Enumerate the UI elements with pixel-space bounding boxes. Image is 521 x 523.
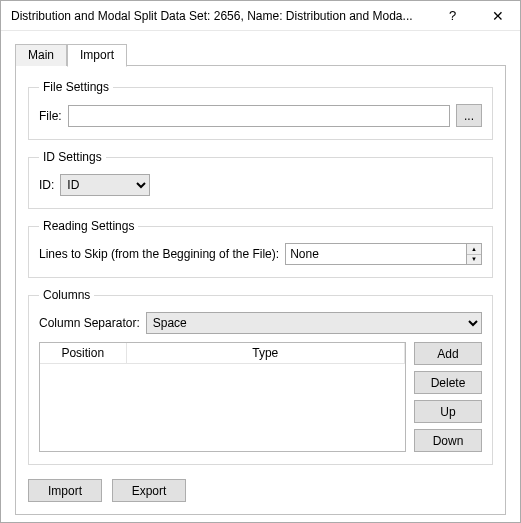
lines-to-skip-label: Lines to Skip (from the Beggining of the… — [39, 247, 279, 261]
content-area: Main Import File Settings File: ... ID S… — [1, 31, 520, 523]
tab-panel-import: File Settings File: ... ID Settings ID: … — [15, 66, 506, 515]
col-header-type[interactable]: Type — [126, 343, 405, 364]
spinner-up-icon[interactable]: ▲ — [467, 244, 481, 255]
tab-main[interactable]: Main — [15, 44, 67, 66]
group-id-settings: ID Settings ID: ID — [28, 150, 493, 209]
legend-id-settings: ID Settings — [39, 150, 106, 164]
close-icon[interactable]: ✕ — [475, 1, 520, 30]
titlebar: Distribution and Modal Split Data Set: 2… — [1, 1, 520, 31]
group-columns: Columns Column Separator: Space Position — [28, 288, 493, 465]
dialog-window: Distribution and Modal Split Data Set: 2… — [0, 0, 521, 523]
column-separator-label: Column Separator: — [39, 316, 140, 330]
spinner-buttons[interactable]: ▲ ▼ — [466, 243, 482, 265]
id-select[interactable]: ID — [60, 174, 150, 196]
tab-import[interactable]: Import — [67, 44, 127, 67]
delete-button[interactable]: Delete — [414, 371, 482, 394]
lines-to-skip-spinner[interactable]: ▲ ▼ — [285, 243, 482, 265]
tabs-bar: Main Import — [15, 43, 506, 66]
up-button[interactable]: Up — [414, 400, 482, 423]
help-icon[interactable]: ? — [430, 1, 475, 30]
id-label: ID: — [39, 178, 54, 192]
legend-file-settings: File Settings — [39, 80, 113, 94]
group-file-settings: File Settings File: ... — [28, 80, 493, 140]
columns-table[interactable]: Position Type — [39, 342, 406, 452]
group-reading-settings: Reading Settings Lines to Skip (from the… — [28, 219, 493, 278]
add-button[interactable]: Add — [414, 342, 482, 365]
import-button[interactable]: Import — [28, 479, 102, 502]
file-input[interactable] — [68, 105, 450, 127]
column-action-buttons: Add Delete Up Down — [414, 342, 482, 452]
spinner-down-icon[interactable]: ▼ — [467, 255, 481, 265]
legend-reading-settings: Reading Settings — [39, 219, 138, 233]
file-label: File: — [39, 109, 62, 123]
export-button[interactable]: Export — [112, 479, 186, 502]
window-title: Distribution and Modal Split Data Set: 2… — [11, 9, 430, 23]
legend-columns: Columns — [39, 288, 94, 302]
down-button[interactable]: Down — [414, 429, 482, 452]
col-header-position[interactable]: Position — [40, 343, 126, 364]
lines-to-skip-input[interactable] — [285, 243, 466, 265]
browse-button[interactable]: ... — [456, 104, 482, 127]
column-separator-select[interactable]: Space — [146, 312, 482, 334]
